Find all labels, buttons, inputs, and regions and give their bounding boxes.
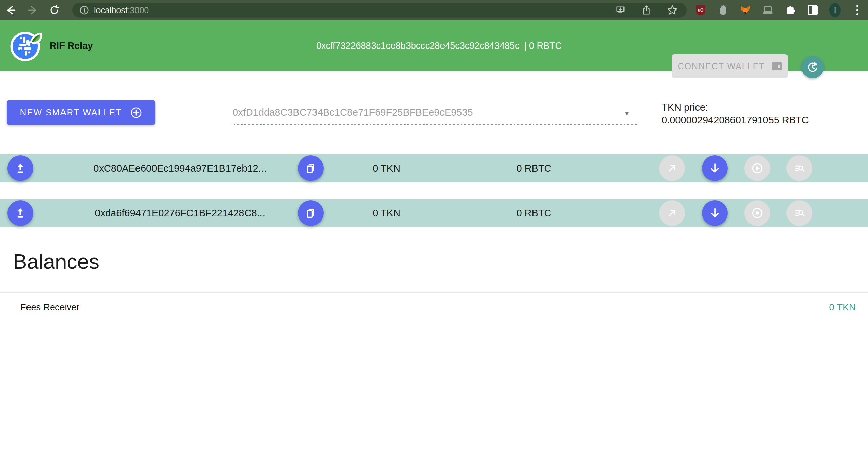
copy-icon [305, 207, 317, 219]
transfer-out-button[interactable] [659, 200, 685, 226]
list-search-icon [793, 162, 806, 174]
wallet-rbtc-balance: 0 RBTC [483, 154, 585, 182]
connect-wallet-label: CONNECT WALLET [677, 61, 765, 71]
refresh-history-button[interactable] [801, 56, 824, 78]
tkn-price: TKN price: 0.00000294208601791055 RBTC [662, 101, 809, 127]
wallet-tkn-balance: 0 TKN [336, 199, 437, 227]
share-icon[interactable] [641, 5, 651, 15]
browser-menu-icon[interactable] [852, 4, 863, 16]
wallet-icon [772, 62, 782, 70]
url-host: localhost [94, 5, 128, 15]
wallet-tkn-balance: 0 TKN [336, 154, 437, 182]
browser-forward-icon[interactable] [22, 4, 43, 16]
extensions-cluster: uO I [695, 0, 863, 20]
arrow-up-right-icon [666, 207, 678, 219]
arrow-down-icon [708, 162, 721, 175]
browser-back-icon[interactable] [0, 4, 22, 16]
bookmark-star-icon[interactable] [667, 5, 678, 16]
chevron-down-icon: ▼ [623, 109, 630, 117]
upload-icon [14, 207, 27, 220]
deploy-upload-button[interactable] [7, 155, 33, 181]
app-header: RIF Relay 0xcff73226883c1ce8b3bccc28e45c… [0, 20, 868, 71]
history-icon [806, 61, 819, 74]
shark-fin-extension-icon[interactable] [717, 4, 729, 16]
brand-name: RIF Relay [50, 40, 93, 51]
smart-wallet-select-value: 0xfD1dda8C3BC734Bc1C8e71F69F25BFBEe9cE95… [233, 107, 473, 118]
fees-receiver-value: 0 TKN [829, 302, 856, 313]
tkn-price-value: 0.00000294208601791055 RBTC [662, 114, 809, 127]
copy-address-button[interactable] [298, 155, 324, 181]
plus-circle-icon [130, 107, 142, 119]
inspect-transactions-button[interactable] [786, 155, 812, 181]
side-panel-icon[interactable] [807, 4, 818, 16]
upload-icon [14, 162, 27, 175]
list-search-icon [793, 207, 806, 219]
browser-reload-icon[interactable] [43, 5, 65, 16]
arrow-up-right-icon [666, 162, 678, 174]
url-port: :3000 [128, 5, 149, 15]
wallet-rbtc-balance: 0 RBTC [483, 199, 585, 227]
fees-receiver-label: Fees Receiver [20, 302, 79, 313]
receive-button[interactable] [702, 155, 728, 181]
install-page-icon[interactable] [615, 5, 626, 15]
rif-relay-app: localhost:3000 uO [0, 0, 868, 458]
smart-wallet-row: 0xC80AEe600Ec1994a97E1B17eb12... 0 TKN 0… [0, 154, 868, 182]
new-smart-wallet-label: NEW SMART WALLET [20, 107, 122, 118]
play-circle-icon [751, 162, 764, 175]
connected-account: 0xcff73226883c1ce8b3bccc28e45c3c92c84348… [316, 41, 562, 51]
balances-title: Balances [13, 249, 100, 273]
divider [0, 228, 868, 228]
brand: RIF Relay [10, 30, 93, 62]
url-bar[interactable]: localhost:3000 [72, 3, 687, 18]
profile-avatar[interactable]: I [829, 4, 841, 16]
account-address: 0xcff73226883c1ce8b3bccc28e45c3c92c84348… [316, 41, 519, 51]
smart-wallet-address: 0xda6f69471E0276FC1BF221428C8... [61, 199, 299, 227]
copy-icon [305, 162, 317, 174]
smart-wallet-address: 0xC80AEe600Ec1994a97E1B17eb12... [61, 154, 299, 182]
account-balance: | 0 RBTC [524, 41, 562, 51]
connect-wallet-button[interactable]: CONNECT WALLET [672, 54, 788, 78]
execute-button[interactable] [744, 155, 770, 181]
browser-toolbar: localhost:3000 uO [0, 0, 868, 20]
smart-wallet-row: 0xda6f69471E0276FC1BF221428C8... 0 TKN 0… [0, 199, 868, 227]
deploy-upload-button[interactable] [7, 200, 33, 226]
execute-button[interactable] [744, 200, 770, 226]
extensions-puzzle-icon[interactable] [784, 4, 796, 16]
receive-button[interactable] [702, 200, 728, 226]
site-info-icon[interactable] [79, 5, 89, 15]
fees-receiver-row: Fees Receiver 0 TKN [0, 292, 868, 322]
metamask-fox-icon[interactable] [740, 4, 751, 16]
arrow-down-icon [708, 207, 721, 220]
tkn-price-label: TKN price: [662, 101, 809, 114]
inspect-transactions-button[interactable] [786, 200, 812, 226]
ublock-extension-icon[interactable]: uO [695, 4, 706, 16]
smart-wallet-select[interactable]: 0xfD1dda8C3BC734Bc1C8e71F69F25BFBEe9cE95… [233, 100, 638, 125]
laptop-extension-icon[interactable] [762, 4, 774, 16]
transfer-out-button[interactable] [659, 155, 685, 181]
new-smart-wallet-button[interactable]: NEW SMART WALLET [7, 100, 155, 125]
copy-address-button[interactable] [298, 200, 324, 226]
rif-relay-logo-icon [10, 30, 43, 62]
play-circle-icon [751, 207, 764, 220]
